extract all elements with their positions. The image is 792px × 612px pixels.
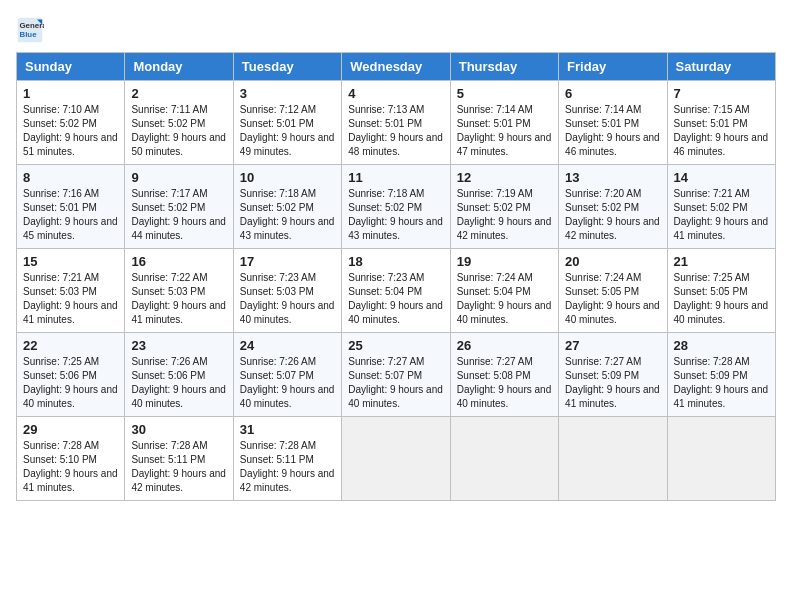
day-number: 2 xyxy=(131,86,226,101)
day-number: 7 xyxy=(674,86,769,101)
header-thursday: Thursday xyxy=(450,53,558,81)
day-number: 13 xyxy=(565,170,660,185)
calendar-cell: 25 Sunrise: 7:27 AMSunset: 5:07 PMDaylig… xyxy=(342,333,450,417)
calendar-cell: 18 Sunrise: 7:23 AMSunset: 5:04 PMDaylig… xyxy=(342,249,450,333)
day-info: Sunrise: 7:26 AMSunset: 5:07 PMDaylight:… xyxy=(240,356,335,409)
day-info: Sunrise: 7:18 AMSunset: 5:02 PMDaylight:… xyxy=(240,188,335,241)
calendar-cell: 13 Sunrise: 7:20 AMSunset: 5:02 PMDaylig… xyxy=(559,165,667,249)
day-number: 20 xyxy=(565,254,660,269)
calendar-header-row: SundayMondayTuesdayWednesdayThursdayFrid… xyxy=(17,53,776,81)
day-number: 29 xyxy=(23,422,118,437)
day-info: Sunrise: 7:22 AMSunset: 5:03 PMDaylight:… xyxy=(131,272,226,325)
day-number: 11 xyxy=(348,170,443,185)
day-number: 14 xyxy=(674,170,769,185)
day-info: Sunrise: 7:18 AMSunset: 5:02 PMDaylight:… xyxy=(348,188,443,241)
day-number: 15 xyxy=(23,254,118,269)
calendar-cell: 15 Sunrise: 7:21 AMSunset: 5:03 PMDaylig… xyxy=(17,249,125,333)
day-number: 27 xyxy=(565,338,660,353)
day-number: 30 xyxy=(131,422,226,437)
calendar-cell: 7 Sunrise: 7:15 AMSunset: 5:01 PMDayligh… xyxy=(667,81,775,165)
day-number: 25 xyxy=(348,338,443,353)
day-number: 5 xyxy=(457,86,552,101)
header-monday: Monday xyxy=(125,53,233,81)
calendar-cell: 2 Sunrise: 7:11 AMSunset: 5:02 PMDayligh… xyxy=(125,81,233,165)
header-saturday: Saturday xyxy=(667,53,775,81)
calendar-cell: 30 Sunrise: 7:28 AMSunset: 5:11 PMDaylig… xyxy=(125,417,233,501)
day-number: 28 xyxy=(674,338,769,353)
day-info: Sunrise: 7:17 AMSunset: 5:02 PMDaylight:… xyxy=(131,188,226,241)
page-header: General Blue xyxy=(16,16,776,44)
day-number: 12 xyxy=(457,170,552,185)
day-info: Sunrise: 7:23 AMSunset: 5:03 PMDaylight:… xyxy=(240,272,335,325)
header-friday: Friday xyxy=(559,53,667,81)
day-number: 4 xyxy=(348,86,443,101)
calendar-cell: 20 Sunrise: 7:24 AMSunset: 5:05 PMDaylig… xyxy=(559,249,667,333)
logo-icon: General Blue xyxy=(16,16,44,44)
day-info: Sunrise: 7:14 AMSunset: 5:01 PMDaylight:… xyxy=(565,104,660,157)
day-info: Sunrise: 7:28 AMSunset: 5:11 PMDaylight:… xyxy=(131,440,226,493)
day-info: Sunrise: 7:24 AMSunset: 5:04 PMDaylight:… xyxy=(457,272,552,325)
logo: General Blue xyxy=(16,16,48,44)
day-info: Sunrise: 7:12 AMSunset: 5:01 PMDaylight:… xyxy=(240,104,335,157)
day-number: 21 xyxy=(674,254,769,269)
calendar-cell: 10 Sunrise: 7:18 AMSunset: 5:02 PMDaylig… xyxy=(233,165,341,249)
day-info: Sunrise: 7:28 AMSunset: 5:11 PMDaylight:… xyxy=(240,440,335,493)
day-number: 10 xyxy=(240,170,335,185)
calendar-cell: 21 Sunrise: 7:25 AMSunset: 5:05 PMDaylig… xyxy=(667,249,775,333)
day-info: Sunrise: 7:21 AMSunset: 5:03 PMDaylight:… xyxy=(23,272,118,325)
day-number: 16 xyxy=(131,254,226,269)
day-info: Sunrise: 7:14 AMSunset: 5:01 PMDaylight:… xyxy=(457,104,552,157)
day-info: Sunrise: 7:10 AMSunset: 5:02 PMDaylight:… xyxy=(23,104,118,157)
day-number: 8 xyxy=(23,170,118,185)
calendar-cell: 27 Sunrise: 7:27 AMSunset: 5:09 PMDaylig… xyxy=(559,333,667,417)
calendar-cell: 23 Sunrise: 7:26 AMSunset: 5:06 PMDaylig… xyxy=(125,333,233,417)
calendar-cell: 29 Sunrise: 7:28 AMSunset: 5:10 PMDaylig… xyxy=(17,417,125,501)
calendar-cell: 8 Sunrise: 7:16 AMSunset: 5:01 PMDayligh… xyxy=(17,165,125,249)
day-number: 19 xyxy=(457,254,552,269)
day-info: Sunrise: 7:27 AMSunset: 5:07 PMDaylight:… xyxy=(348,356,443,409)
calendar-cell xyxy=(559,417,667,501)
day-number: 24 xyxy=(240,338,335,353)
calendar-cell xyxy=(342,417,450,501)
day-info: Sunrise: 7:21 AMSunset: 5:02 PMDaylight:… xyxy=(674,188,769,241)
day-info: Sunrise: 7:25 AMSunset: 5:05 PMDaylight:… xyxy=(674,272,769,325)
day-info: Sunrise: 7:16 AMSunset: 5:01 PMDaylight:… xyxy=(23,188,118,241)
calendar-week-5: 29 Sunrise: 7:28 AMSunset: 5:10 PMDaylig… xyxy=(17,417,776,501)
calendar-cell: 5 Sunrise: 7:14 AMSunset: 5:01 PMDayligh… xyxy=(450,81,558,165)
calendar-week-1: 1 Sunrise: 7:10 AMSunset: 5:02 PMDayligh… xyxy=(17,81,776,165)
day-info: Sunrise: 7:26 AMSunset: 5:06 PMDaylight:… xyxy=(131,356,226,409)
calendar-cell: 28 Sunrise: 7:28 AMSunset: 5:09 PMDaylig… xyxy=(667,333,775,417)
calendar-table: SundayMondayTuesdayWednesdayThursdayFrid… xyxy=(16,52,776,501)
day-info: Sunrise: 7:28 AMSunset: 5:10 PMDaylight:… xyxy=(23,440,118,493)
day-number: 26 xyxy=(457,338,552,353)
day-info: Sunrise: 7:20 AMSunset: 5:02 PMDaylight:… xyxy=(565,188,660,241)
calendar-week-3: 15 Sunrise: 7:21 AMSunset: 5:03 PMDaylig… xyxy=(17,249,776,333)
calendar-cell: 12 Sunrise: 7:19 AMSunset: 5:02 PMDaylig… xyxy=(450,165,558,249)
header-sunday: Sunday xyxy=(17,53,125,81)
calendar-cell xyxy=(450,417,558,501)
calendar-cell: 14 Sunrise: 7:21 AMSunset: 5:02 PMDaylig… xyxy=(667,165,775,249)
calendar-cell xyxy=(667,417,775,501)
day-number: 31 xyxy=(240,422,335,437)
calendar-cell: 9 Sunrise: 7:17 AMSunset: 5:02 PMDayligh… xyxy=(125,165,233,249)
calendar-cell: 17 Sunrise: 7:23 AMSunset: 5:03 PMDaylig… xyxy=(233,249,341,333)
day-number: 23 xyxy=(131,338,226,353)
day-info: Sunrise: 7:23 AMSunset: 5:04 PMDaylight:… xyxy=(348,272,443,325)
calendar-cell: 31 Sunrise: 7:28 AMSunset: 5:11 PMDaylig… xyxy=(233,417,341,501)
day-number: 18 xyxy=(348,254,443,269)
day-info: Sunrise: 7:27 AMSunset: 5:08 PMDaylight:… xyxy=(457,356,552,409)
day-number: 9 xyxy=(131,170,226,185)
calendar-cell: 4 Sunrise: 7:13 AMSunset: 5:01 PMDayligh… xyxy=(342,81,450,165)
day-info: Sunrise: 7:27 AMSunset: 5:09 PMDaylight:… xyxy=(565,356,660,409)
day-number: 22 xyxy=(23,338,118,353)
day-number: 6 xyxy=(565,86,660,101)
calendar-cell: 26 Sunrise: 7:27 AMSunset: 5:08 PMDaylig… xyxy=(450,333,558,417)
calendar-cell: 6 Sunrise: 7:14 AMSunset: 5:01 PMDayligh… xyxy=(559,81,667,165)
day-number: 17 xyxy=(240,254,335,269)
calendar-cell: 1 Sunrise: 7:10 AMSunset: 5:02 PMDayligh… xyxy=(17,81,125,165)
day-number: 3 xyxy=(240,86,335,101)
day-number: 1 xyxy=(23,86,118,101)
calendar-cell: 3 Sunrise: 7:12 AMSunset: 5:01 PMDayligh… xyxy=(233,81,341,165)
day-info: Sunrise: 7:13 AMSunset: 5:01 PMDaylight:… xyxy=(348,104,443,157)
day-info: Sunrise: 7:28 AMSunset: 5:09 PMDaylight:… xyxy=(674,356,769,409)
